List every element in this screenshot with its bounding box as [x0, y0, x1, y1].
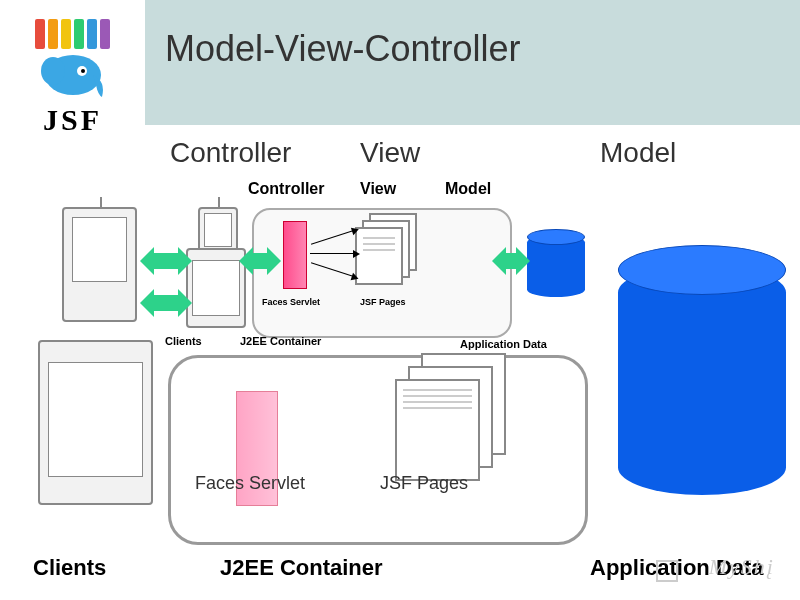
label-faces-servlet-large: Faces Servlet	[195, 473, 305, 494]
label-j2ee-container-large: J2EE Container	[220, 555, 383, 581]
inner-header-model: Model	[445, 180, 491, 198]
label-j2ee-container-small: J2EE Container	[240, 335, 321, 347]
faces-servlet-small	[283, 221, 307, 289]
j2ee-container-large	[168, 355, 588, 545]
inner-header-view: View	[360, 180, 396, 198]
database-cylinder-large	[618, 265, 786, 495]
client-browser-large	[38, 340, 153, 505]
inner-header-controller: Controller	[248, 180, 324, 198]
bidir-arrow-icon	[504, 253, 518, 269]
watermark-icon	[656, 560, 678, 582]
svg-point-3	[81, 69, 85, 73]
mvc-diagram: Controller View Model Controller View Mo…	[0, 125, 800, 600]
label-jsf-pages-large: JSF Pages	[380, 473, 468, 494]
client-pda-large	[62, 207, 137, 322]
label-clients-large: Clients	[33, 555, 106, 581]
column-header-controller: Controller	[170, 137, 291, 169]
watermark-text: MyShį	[709, 554, 775, 580]
label-faces-servlet-small: Faces Servlet	[262, 297, 320, 307]
header-bar: JSF Model-View-Controller	[0, 0, 800, 125]
column-header-view: View	[360, 137, 420, 169]
bidir-arrow-icon	[152, 295, 180, 311]
logo-bar	[35, 19, 45, 49]
bidir-arrow-icon	[152, 253, 180, 269]
logo-bar	[48, 19, 58, 49]
client-browser-small	[186, 248, 246, 328]
bidir-arrow-icon	[251, 253, 269, 269]
logo-bar	[100, 19, 110, 49]
logo-bar	[87, 19, 97, 49]
page-title: Model-View-Controller	[165, 28, 520, 70]
arrow-icon	[310, 253, 354, 254]
logo-color-bars	[35, 19, 110, 49]
logo-bar	[74, 19, 84, 49]
svg-point-1	[41, 57, 65, 85]
label-jsf-pages-small: JSF Pages	[360, 297, 406, 307]
elephant-icon	[38, 53, 108, 103]
database-cylinder-small	[527, 235, 585, 297]
label-application-data-small: Application Data	[460, 338, 547, 350]
label-clients-small: Clients	[165, 335, 202, 347]
logo-bar	[61, 19, 71, 49]
column-header-model: Model	[600, 137, 676, 169]
